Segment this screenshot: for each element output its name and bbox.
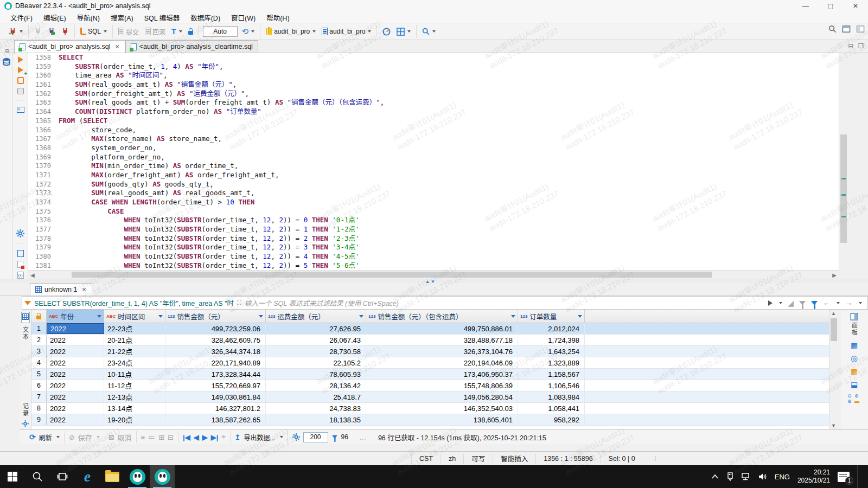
column-header-1[interactable]: ABC时间区间	[104, 310, 165, 323]
column-header-4[interactable]: 123销售金额（元）（包含运费）	[366, 310, 518, 323]
reconnect-button[interactable]	[46, 27, 57, 36]
cell-r6-c3[interactable]: 155,720,669.97	[165, 380, 266, 391]
column-header-2[interactable]: 123销售金额（元）	[165, 310, 266, 323]
cell-r7-c6[interactable]: 1,083,984	[518, 391, 585, 402]
maximize-button[interactable]: ▢	[818, 0, 843, 12]
dashboard-button[interactable]	[381, 27, 392, 37]
connect-button[interactable]	[33, 27, 43, 36]
column-menu-icon[interactable]	[259, 315, 263, 318]
table-row-7[interactable]: 7202212-13点149,030,861.8425,418.7149,056…	[31, 391, 829, 403]
table-row-6[interactable]: 6202211-12点155,720,669.9728,136.42155,74…	[31, 380, 829, 391]
scroll-up-icon[interactable]: ▲	[831, 311, 836, 316]
save-filter-icon[interactable]	[799, 301, 806, 305]
refresh-caret[interactable]	[56, 436, 60, 438]
first-row-icon[interactable]: |◀	[183, 433, 190, 441]
fetch-size-input[interactable]	[303, 432, 328, 442]
menu-sql[interactable]: SQL 编辑器	[139, 11, 185, 24]
cell-r6-c4[interactable]: 28,136.42	[266, 380, 366, 391]
apply-filter-icon[interactable]	[768, 300, 773, 306]
cell-r7-c4[interactable]: 25,418.7	[266, 391, 366, 402]
next-row-icon[interactable]: ▶	[202, 433, 208, 441]
value-viewer-icon[interactable]: ▦	[851, 342, 858, 349]
cell-r5-c3[interactable]: 173,328,344.44	[165, 369, 266, 380]
cell-r6-c1[interactable]: 2022	[47, 380, 104, 391]
execute-statement-icon[interactable]	[18, 56, 23, 63]
presentation-settings-icon[interactable]	[22, 420, 29, 427]
cell-r8-c5[interactable]: 146,352,540.03	[366, 403, 518, 414]
row-number[interactable]: 1	[31, 323, 47, 334]
database-navigator-icon[interactable]	[2, 57, 11, 66]
results-tab-close-icon[interactable]: ✕	[81, 286, 86, 293]
cell-r2-c4[interactable]: 26,067.43	[266, 335, 366, 345]
transaction-lock-button[interactable]	[187, 27, 195, 36]
filter-history-caret[interactable]	[779, 302, 782, 304]
export-data-button[interactable]: 导出数据...	[244, 433, 276, 442]
cell-r5-c5[interactable]: 173,406,950.37	[366, 369, 518, 380]
editor-horizontal-scrollbar[interactable]: ◀ ▶	[28, 270, 839, 279]
cell-r5-c4[interactable]: 78,605.93	[266, 369, 366, 380]
prev-row-icon[interactable]: ◀	[194, 433, 199, 441]
row-number[interactable]: 5	[31, 369, 47, 380]
cell-r4-c1[interactable]: 2022	[47, 357, 104, 368]
cell-r1-c1[interactable]: 2022	[47, 323, 104, 334]
cell-r5-c6[interactable]: 1,158,567	[518, 369, 585, 380]
cell-r2-c5[interactable]: 328,488,677.18	[366, 335, 518, 345]
tray-expand-icon[interactable]	[711, 474, 719, 479]
network-icon[interactable]	[742, 473, 751, 480]
taskbar-clock[interactable]: 20:21 2025/10/21	[797, 468, 830, 485]
cell-r5-c2[interactable]: 10-11点	[104, 369, 165, 380]
cell-r9-c5[interactable]: 138,605,401	[366, 414, 518, 425]
cell-r6-c6[interactable]: 1,106,546	[518, 380, 585, 391]
cell-r4-c3[interactable]: 220,171,940.89	[165, 357, 266, 368]
cell-r4-c4[interactable]: 22,105.2	[266, 357, 366, 368]
cell-r7-c2[interactable]: 12-13点	[104, 391, 165, 402]
filter-expand-icon[interactable]: ⛶	[237, 299, 241, 306]
table-row-4[interactable]: 4202223-24点220,171,940.8922,105.2220,194…	[31, 357, 829, 369]
nav-forward-icon[interactable]: →	[845, 299, 852, 307]
table-row-5[interactable]: 5202210-11点173,328,344.4478,605.93173,40…	[31, 369, 829, 380]
row-number[interactable]: 2	[31, 335, 47, 345]
refresh-button[interactable]: 刷新	[39, 433, 52, 442]
editor-vertical-scrollbar[interactable]	[839, 53, 848, 279]
scroll-down-icon[interactable]: ▼	[831, 423, 836, 428]
column-menu-icon[interactable]	[511, 315, 515, 318]
last-row-icon[interactable]: ▶|	[211, 433, 219, 441]
execute-new-tab-icon[interactable]: +	[18, 67, 23, 73]
cell-r9-c4[interactable]: 18,138.35	[266, 414, 366, 425]
cell-r4-c2[interactable]: 23-24点	[104, 357, 165, 368]
text-presentation-tab[interactable]: 文本	[21, 326, 30, 341]
column-menu-icon[interactable]	[578, 315, 582, 318]
variables-file-icon[interactable]: (x)	[17, 272, 24, 279]
cell-r4-c5[interactable]: 220,194,046.09	[366, 357, 518, 368]
cell-r9-c6[interactable]: 958,292	[518, 414, 585, 425]
table-row-3[interactable]: 3202221-22点326,344,374.1828,730.58326,37…	[31, 346, 829, 357]
sql-code-area[interactable]: SELECT SUBSTR(order_time_t, 1, 4) AS "年份…	[59, 53, 839, 270]
cell-r8-c1[interactable]: 2022	[47, 403, 104, 414]
cell-r3-c6[interactable]: 1,643,254	[518, 346, 585, 357]
cell-r2-c2[interactable]: 20-21点	[104, 335, 165, 345]
cell-r7-c1[interactable]: 2022	[47, 391, 104, 402]
cell-r9-c1[interactable]: 2022	[47, 414, 104, 425]
nav-back-icon[interactable]: ←	[823, 299, 830, 307]
aggregate-icons[interactable]: ⊖⊕⊗▬	[847, 394, 861, 404]
cell-r8-c2[interactable]: 13-14点	[104, 403, 165, 414]
editor-tab-0[interactable]: <audit_bi_pro> analysis.sql✕	[14, 40, 125, 53]
grid-presentation-tab[interactable]	[21, 312, 30, 323]
commit-mode-combo[interactable]: Auto	[203, 26, 238, 37]
erase-filter-icon[interactable]: ◢	[788, 299, 794, 307]
column-menu-icon[interactable]	[158, 315, 163, 318]
cell-r3-c1[interactable]: 2022	[47, 346, 104, 357]
layout-icon[interactable]: ⬓	[851, 381, 858, 388]
table-row-2[interactable]: 2202220-21点328,462,609.7526,067.43328,48…	[31, 335, 829, 346]
file-explorer-button[interactable]	[100, 465, 125, 488]
cell-r3-c4[interactable]: 28,730.58	[266, 346, 366, 357]
menu-e[interactable]: 编辑(E)	[39, 11, 71, 24]
edit-row-icon[interactable]: ≡	[141, 433, 145, 441]
internet-explorer-button[interactable]: e	[75, 465, 100, 488]
cell-r1-c3[interactable]: 499,723,259.06	[165, 323, 266, 334]
table-row-1[interactable]: 1202222-23点499,723,259.0627,626.95499,75…	[31, 323, 829, 335]
cell-r3-c5[interactable]: 326,373,104.76	[366, 346, 518, 357]
commit-button[interactable]: 提交	[117, 26, 141, 37]
taskbar-search-button[interactable]	[25, 465, 50, 488]
cell-r4-c6[interactable]: 1,323,889	[518, 357, 585, 368]
